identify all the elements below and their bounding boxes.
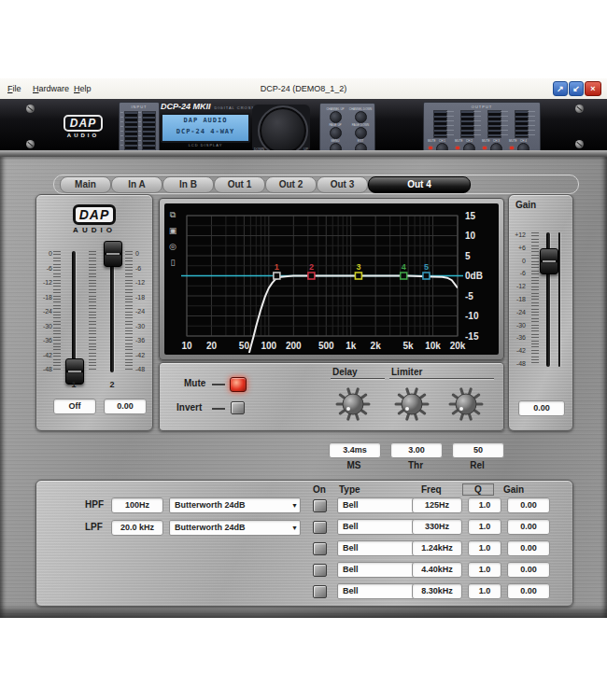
svg-text:2k: 2k — [371, 341, 382, 351]
eq-q-value-2[interactable]: 1.0 — [468, 519, 501, 535]
divider — [389, 378, 494, 379]
channel-mute-led — [456, 147, 459, 149]
eq-gain-value-3[interactable]: 0.00 — [507, 540, 550, 556]
limiter-release-knob[interactable] — [447, 385, 485, 423]
svg-text:1: 1 — [275, 262, 279, 272]
eq-q-value-5[interactable]: 1.0 — [468, 583, 501, 599]
gain-fader-handle[interactable] — [540, 248, 558, 274]
svg-text:-10: -10 — [465, 311, 479, 321]
tab-in-b[interactable]: In B — [162, 176, 214, 193]
svg-text:50: 50 — [239, 341, 250, 351]
rack-button — [330, 143, 342, 155]
eq-response-graph[interactable]: 123451020501002005001k2k5k10k20k151050dB… — [164, 203, 499, 355]
eq-q-value-4[interactable]: 1.0 — [468, 562, 501, 578]
screw-icon — [575, 105, 584, 113]
col-header-gain: Gain — [503, 484, 524, 495]
svg-text:200: 200 — [286, 341, 302, 351]
svg-text:20: 20 — [206, 341, 218, 351]
limiter-release-value[interactable]: 50 — [452, 442, 504, 458]
lpf-type-dropdown[interactable]: Butterworth 24dB▼ — [169, 520, 301, 536]
mute-caption: MUTE — [509, 139, 517, 143]
download-button[interactable]: ↙ — [569, 81, 584, 96]
eq-on-button-3[interactable] — [313, 542, 327, 555]
tab-out-4[interactable]: Out 4 — [368, 176, 471, 193]
snapshot-icon[interactable]: ▣ — [167, 225, 178, 236]
close-button[interactable]: × — [585, 81, 601, 96]
delay-ms-value[interactable]: 3.4ms — [329, 442, 381, 458]
eq-on-button-2[interactable] — [313, 521, 327, 534]
tab-out-1[interactable]: Out 1 — [214, 176, 265, 193]
lpf-freq-value[interactable]: 20.0 kHz — [111, 520, 163, 536]
fader-2-track[interactable] — [110, 251, 114, 372]
eq-freq-value-2[interactable]: 330Hz — [412, 519, 462, 535]
fader-1-track[interactable] — [72, 251, 76, 372]
window-title: DCP-24 (DEMO8_1_2) — [0, 84, 607, 93]
tab-main[interactable]: Main — [60, 176, 111, 193]
scale-label: -48 — [135, 366, 150, 372]
upload-button[interactable]: ↗ — [553, 81, 568, 96]
col-header-q: Q — [462, 483, 494, 496]
gain-value[interactable]: 0.00 — [518, 400, 565, 416]
meter-ticks — [120, 112, 123, 149]
eq-q-value-3[interactable]: 1.0 — [468, 540, 501, 556]
scale-label: -24 — [37, 308, 52, 315]
scale-label: 0 — [37, 250, 52, 257]
zoom-icon[interactable]: ◎ — [167, 241, 178, 252]
eq-freq-value-4[interactable]: 4.40kHz — [412, 562, 462, 578]
eq-gain-value-1[interactable]: 0.00 — [507, 497, 550, 513]
tab-out-3[interactable]: Out 3 — [317, 176, 368, 193]
channel-button — [490, 143, 502, 155]
scale-label: -24 — [511, 308, 526, 315]
output-meter — [515, 110, 529, 138]
channel-button — [517, 143, 529, 155]
fader-1-number: 1 — [71, 380, 76, 389]
fader-rail — [558, 232, 560, 367]
hpf-type-dropdown[interactable]: Butterworth 24dB▼ — [169, 497, 301, 513]
rack-button — [355, 127, 367, 139]
eq-freq-value-3[interactable]: 1.24kHz — [412, 540, 462, 556]
filter-eq-panel: HPF 100Hz Butterworth 24dB▼ LPF 20.0 kHz… — [35, 480, 573, 607]
eq-on-button-4[interactable] — [313, 564, 327, 577]
eq-on-button-1[interactable] — [313, 499, 327, 512]
svg-text:15: 15 — [465, 211, 476, 221]
eq-gain-value-5[interactable]: 0.00 — [507, 583, 550, 599]
rel-label: Rel — [470, 460, 485, 470]
svg-text:4: 4 — [402, 262, 406, 272]
lcd-display: DAP AUDIODCP-24 4-WAY — [161, 113, 250, 143]
scale-label: -18 — [135, 293, 150, 300]
tab-in-a[interactable]: In A — [111, 176, 162, 193]
eq-on-button-5[interactable] — [313, 585, 327, 598]
scale-label: -18 — [37, 293, 52, 300]
screw-icon — [26, 140, 35, 148]
editor-surface: MainIn AIn BOut 1Out 2Out 3Out 4 DAP AUD… — [0, 157, 607, 618]
fader-1-value[interactable]: Off — [53, 399, 96, 414]
fader-2-value[interactable]: 0.00 — [104, 399, 147, 414]
hpf-label: HPF — [85, 499, 104, 510]
delay-knob[interactable] — [334, 385, 372, 423]
eq-q-value-1[interactable]: 1.0 — [468, 497, 501, 513]
limiter-threshold-knob[interactable] — [393, 385, 431, 423]
svg-text:2: 2 — [309, 262, 314, 272]
scale-label: -6 — [37, 264, 52, 271]
svg-text:5k: 5k — [403, 341, 415, 351]
mute-button[interactable] — [230, 377, 247, 392]
eq-gain-value-2[interactable]: 0.00 — [507, 519, 550, 535]
tab-out-2[interactable]: Out 2 — [265, 176, 317, 193]
scale-label: -36 — [511, 334, 526, 341]
svg-text:3: 3 — [356, 262, 360, 272]
hpf-freq-value[interactable]: 100Hz — [111, 497, 163, 513]
encoder-up-label: UP — [304, 147, 308, 151]
limiter-threshold-value[interactable]: 3.00 — [390, 442, 443, 458]
divider — [331, 378, 385, 379]
lpf-label: LPF — [85, 522, 103, 532]
eq-gain-value-4[interactable]: 0.00 — [507, 562, 550, 578]
input-fader-panel: DAP AUDIO 0-6-12-18-24-30-36-42-480-6-12… — [35, 194, 153, 431]
fader-2-handle[interactable] — [104, 241, 122, 267]
info-icon[interactable]: ▯ — [167, 257, 178, 268]
dap-logo: DAP AUDIO — [36, 204, 152, 234]
eq-freq-value-1[interactable]: 125Hz — [412, 497, 462, 513]
copy-icon[interactable]: ⧉ — [167, 209, 178, 220]
eq-freq-value-5[interactable]: 8.30kHz — [412, 583, 462, 599]
invert-button[interactable] — [231, 401, 245, 414]
svg-text:5: 5 — [465, 251, 471, 261]
